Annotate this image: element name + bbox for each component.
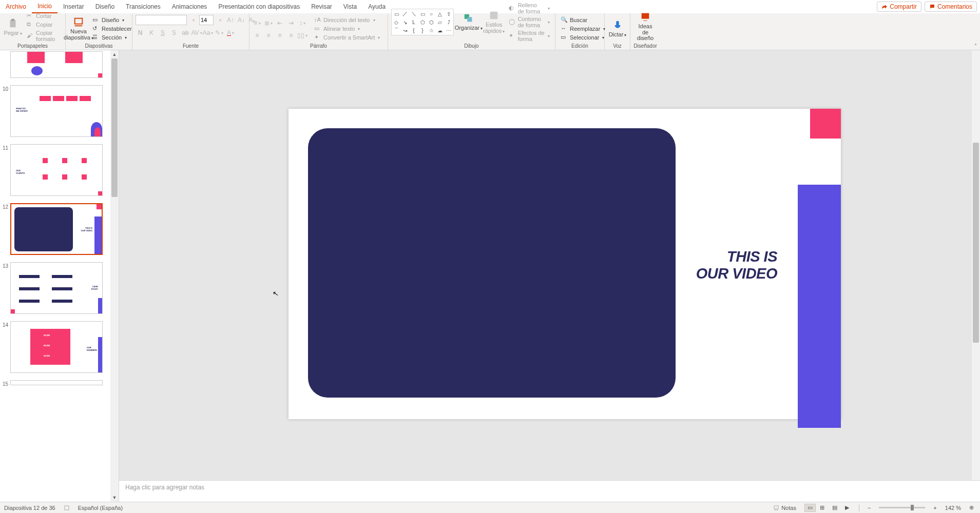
thumbnail-scrollbar[interactable]: ▲ ▼ bbox=[110, 50, 119, 502]
canvas-scroll-thumb[interactable] bbox=[973, 143, 979, 343]
thumbnail-9[interactable] bbox=[1, 51, 107, 78]
reset-button[interactable]: ↺Restablecer bbox=[90, 25, 134, 33]
font-name-input[interactable] bbox=[136, 15, 187, 25]
shape-outline-button[interactable]: ◯Contorno de forma bbox=[507, 15, 552, 29]
reading-view-button[interactable]: ▤ bbox=[829, 504, 840, 512]
quick-styles-button[interactable]: Estilos rápidos bbox=[484, 9, 505, 35]
thumbnail-list[interactable]: 10 WHAT DOWE OFFER? 11 OURCLIENTS bbox=[0, 50, 110, 502]
thumbnail-11[interactable]: 11 OURCLIENTS bbox=[1, 144, 107, 196]
zoom-slider[interactable] bbox=[879, 507, 925, 508]
collapse-ribbon-button[interactable]: ˄ bbox=[974, 43, 977, 49]
shrink-font-button[interactable]: A↓ bbox=[237, 15, 246, 25]
thumbnail-12[interactable]: 12 THIS ISOUR VIDEO bbox=[1, 203, 107, 255]
slideshow-view-button[interactable]: ▶ bbox=[841, 504, 853, 512]
replace-button[interactable]: ↔Reemplazar bbox=[559, 25, 607, 33]
justify-button[interactable]: ≡ bbox=[286, 31, 296, 40]
tab-revisar[interactable]: Revisar bbox=[305, 1, 338, 13]
zoom-knob[interactable] bbox=[911, 505, 914, 510]
new-slide-button[interactable]: Nueva diapositiva bbox=[69, 15, 88, 42]
dictate-button[interactable]: Dictar bbox=[608, 18, 627, 39]
group-editing: 🔍Buscar ↔Reemplazar ▭Seleccionar Edición bbox=[555, 13, 605, 50]
outdent-button[interactable]: ⇤ bbox=[275, 18, 284, 28]
shape-fill-button[interactable]: ◐Relleno de forma bbox=[507, 2, 552, 15]
scissors-icon: ✂ bbox=[27, 12, 34, 19]
language-indicator[interactable]: Español (España) bbox=[78, 505, 123, 511]
bullets-button[interactable]: ≡ bbox=[253, 18, 262, 28]
pink-square-decor[interactable] bbox=[810, 109, 841, 139]
cut-button[interactable]: ✂Cortar bbox=[25, 12, 62, 20]
layout-button[interactable]: ▭Diseño bbox=[90, 16, 134, 24]
tab-presentacion[interactable]: Presentación con diapositivas bbox=[213, 1, 305, 13]
case-button[interactable]: Aa bbox=[203, 28, 213, 37]
comments-button[interactable]: Comentarios bbox=[925, 2, 977, 12]
zoom-out-button[interactable]: − bbox=[866, 505, 873, 511]
paste-button[interactable]: Pegar bbox=[3, 17, 23, 37]
thumbnail-14[interactable]: 14 50,000 80,000 20,000 OURNUMBERS bbox=[1, 321, 107, 373]
effects-icon: ✦ bbox=[509, 32, 516, 40]
font-group-label: Fuente bbox=[132, 43, 249, 50]
tab-animaciones[interactable]: Animaciones bbox=[166, 1, 213, 13]
accessibility-icon bbox=[64, 505, 70, 511]
slide-canvas[interactable]: · · · THIS IS OUR VIDEO ↖ bbox=[119, 50, 980, 480]
line-spacing-button[interactable]: ↕ bbox=[298, 18, 307, 28]
align-left-button[interactable]: ≡ bbox=[253, 31, 262, 40]
shadow-button[interactable]: S bbox=[169, 28, 179, 37]
section-button[interactable]: ☰Sección bbox=[90, 33, 134, 42]
design-ideas-button[interactable]: Ideas de diseño bbox=[633, 10, 657, 43]
tab-ayuda[interactable]: Ayuda bbox=[362, 1, 391, 13]
thumbnail-15[interactable]: 15 bbox=[1, 380, 107, 387]
align-text-button[interactable]: ▭Alinear texto bbox=[312, 25, 382, 33]
share-button[interactable]: Compartir bbox=[877, 2, 921, 12]
tab-transiciones[interactable]: Transiciones bbox=[120, 1, 166, 13]
video-placeholder[interactable] bbox=[308, 128, 676, 398]
find-button[interactable]: 🔍Buscar bbox=[559, 16, 607, 24]
font-size-input[interactable] bbox=[199, 15, 214, 25]
copy-button[interactable]: ⧉Copiar bbox=[25, 21, 62, 29]
thumbnail-13[interactable]: 13 CASESTUDY bbox=[1, 262, 107, 314]
svg-rect-0 bbox=[10, 20, 16, 28]
scroll-down-icon[interactable]: ▼ bbox=[110, 494, 119, 502]
strike-button[interactable]: ab bbox=[181, 28, 190, 37]
slide-title[interactable]: THIS IS OUR VIDEO bbox=[696, 248, 777, 282]
scroll-up-icon[interactable]: ▲ bbox=[110, 50, 119, 58]
numbering-button[interactable]: ≣ bbox=[264, 18, 273, 28]
highlight-button[interactable]: ✎ bbox=[215, 28, 224, 37]
zoom-in-button[interactable]: + bbox=[931, 505, 938, 511]
spacing-button[interactable]: AV bbox=[192, 28, 201, 37]
italic-button[interactable]: K bbox=[147, 28, 156, 37]
arrange-button[interactable]: Organizar bbox=[456, 12, 482, 32]
shapes-gallery[interactable]: ▭／＼▭○△⇧ ◇↘L⬠⬡▱⤴ ⌒↝{}☆☁⋯ bbox=[391, 9, 454, 35]
normal-view-button[interactable]: ▭ bbox=[804, 504, 816, 512]
font-color-button[interactable]: A bbox=[226, 28, 235, 37]
indent-button[interactable]: ⇥ bbox=[286, 18, 296, 28]
canvas-scrollbar[interactable] bbox=[972, 50, 980, 480]
cut-label: Cortar bbox=[36, 13, 52, 19]
clipboard-icon bbox=[7, 18, 18, 29]
purple-bar-decor[interactable] bbox=[798, 185, 841, 428]
accessibility-button[interactable] bbox=[62, 505, 72, 511]
columns-button[interactable]: ▯▯ bbox=[298, 31, 307, 40]
slide[interactable]: · · · THIS IS OUR VIDEO bbox=[289, 109, 841, 419]
align-right-button[interactable]: ≡ bbox=[275, 31, 284, 40]
font-size-dropdown[interactable] bbox=[215, 15, 224, 25]
align-center-button[interactable]: ≡ bbox=[264, 31, 273, 40]
sorter-view-button[interactable]: ⊞ bbox=[817, 504, 828, 512]
tab-vista[interactable]: Vista bbox=[338, 1, 362, 13]
scrollbar-thumb[interactable] bbox=[111, 58, 118, 197]
select-button[interactable]: ▭Seleccionar bbox=[559, 33, 607, 42]
shape-effects-button[interactable]: ✦Efectos de forma bbox=[507, 29, 552, 43]
tab-diseno[interactable]: Diseño bbox=[90, 1, 120, 13]
slide-counter[interactable]: Diapositiva 12 de 36 bbox=[4, 505, 55, 511]
grow-font-button[interactable]: A↑ bbox=[226, 15, 235, 25]
format-painter-button[interactable]: 🖌Copiar formato bbox=[25, 29, 62, 43]
notes-toggle[interactable]: Notas bbox=[771, 505, 798, 511]
smartart-button[interactable]: ✦Convertir a SmartArt bbox=[312, 33, 382, 42]
underline-button[interactable]: S bbox=[158, 28, 167, 37]
bold-button[interactable]: N bbox=[136, 28, 145, 37]
zoom-level[interactable]: 142 % bbox=[945, 505, 961, 511]
fit-window-button[interactable]: ⊕ bbox=[967, 504, 976, 511]
notes-pane[interactable]: Haga clic para agregar notas bbox=[119, 480, 980, 502]
font-name-dropdown[interactable] bbox=[188, 15, 198, 25]
text-direction-button[interactable]: ↕ADirección del texto bbox=[312, 16, 382, 24]
thumbnail-10[interactable]: 10 WHAT DOWE OFFER? bbox=[1, 85, 107, 137]
